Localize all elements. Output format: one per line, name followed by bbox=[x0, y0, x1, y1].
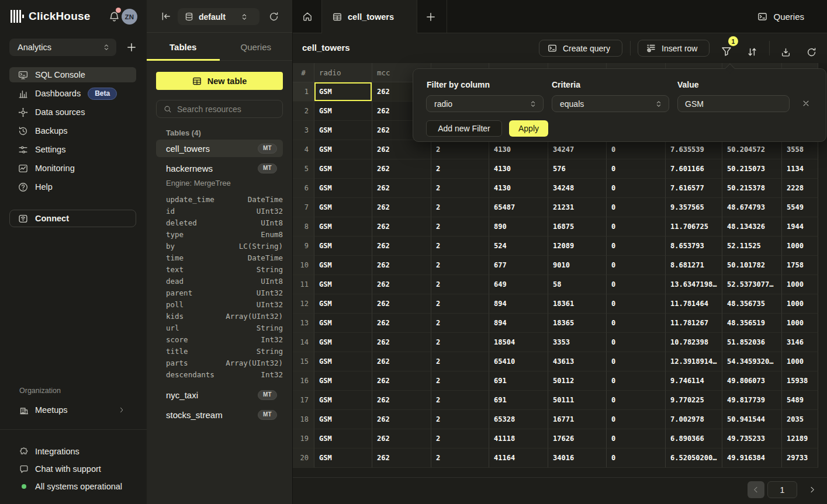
filter-column-select[interactable]: radio bbox=[426, 95, 544, 112]
grid-cell[interactable]: 0 bbox=[607, 159, 666, 179]
refresh-table-button[interactable] bbox=[805, 46, 817, 58]
sidebar-item-data-sources[interactable]: Data sources bbox=[9, 105, 136, 120]
grid-cell[interactable]: 262 bbox=[372, 333, 431, 352]
table-list-item-hackernews[interactable]: hackernewsMT bbox=[156, 159, 283, 177]
add-workspace-button[interactable] bbox=[125, 41, 138, 54]
grid-cell[interactable]: 5549 bbox=[782, 198, 818, 217]
grid-cell[interactable]: GSM bbox=[314, 256, 372, 275]
grid-cell[interactable]: 262 bbox=[372, 275, 431, 294]
grid-cell[interactable]: 262 bbox=[372, 449, 431, 468]
grid-cell[interactable]: 11.781464 bbox=[666, 294, 722, 314]
grid-cell[interactable]: 5489 bbox=[782, 391, 818, 410]
grid-cell[interactable]: 2035 bbox=[782, 410, 818, 429]
grid-cell[interactable]: 48.674793 bbox=[722, 198, 782, 217]
grid-cell[interactable]: 262 bbox=[372, 429, 431, 449]
sidebar-item-meetups[interactable]: Meetups bbox=[9, 402, 136, 418]
grid-cell[interactable]: 8.681271 bbox=[666, 256, 722, 275]
grid-cell[interactable]: 890 bbox=[489, 217, 548, 237]
grid-cell[interactable]: 2 bbox=[431, 256, 489, 275]
grid-cell[interactable]: 0 bbox=[607, 371, 666, 391]
grid-cell[interactable]: 1134 bbox=[782, 159, 818, 179]
previous-page-button[interactable] bbox=[748, 481, 764, 498]
grid-cell[interactable]: 262 bbox=[372, 217, 431, 237]
grid-cell[interactable]: 13.6347198… bbox=[666, 275, 722, 294]
grid-cell[interactable]: 0 bbox=[607, 333, 666, 352]
grid-cell[interactable]: 65487 bbox=[489, 198, 548, 217]
grid-cell[interactable]: 2 bbox=[431, 449, 489, 468]
grid-cell[interactable]: 58 bbox=[548, 275, 607, 294]
sidebar-item-settings[interactable]: Settings bbox=[9, 142, 136, 157]
grid-cell[interactable]: 262 bbox=[372, 294, 431, 314]
grid-cell[interactable]: 12.3918914… bbox=[666, 352, 722, 371]
grid-cell[interactable]: 49.817739 bbox=[722, 391, 782, 410]
sidebar-item-integrations[interactable]: Integrations bbox=[9, 443, 136, 460]
grid-cell[interactable]: 1000 bbox=[782, 237, 818, 256]
grid-cell[interactable]: GSM bbox=[314, 159, 372, 179]
grid-cell[interactable]: 7.616577 bbox=[666, 179, 722, 198]
grid-cell[interactable]: 52.11525 bbox=[722, 237, 782, 256]
grid-cell[interactable]: 49.735233 bbox=[722, 429, 782, 449]
grid-cell[interactable]: 0 bbox=[607, 217, 666, 237]
grid-cell[interactable]: 0 bbox=[607, 391, 666, 410]
grid-cell[interactable]: 2 bbox=[431, 294, 489, 314]
grid-cell[interactable]: GSM bbox=[314, 333, 372, 352]
grid-cell[interactable]: 7.601166 bbox=[666, 159, 722, 179]
grid-cell[interactable]: 48.356735 bbox=[722, 294, 782, 314]
grid-cell[interactable]: 1944 bbox=[782, 217, 818, 237]
grid-cell[interactable]: 894 bbox=[489, 314, 548, 333]
grid-cell[interactable]: 51.852036 bbox=[722, 333, 782, 352]
remove-filter-icon[interactable] bbox=[801, 98, 811, 109]
grid-cell[interactable]: GSM bbox=[314, 237, 372, 256]
grid-cell[interactable]: 6.890366 bbox=[666, 429, 722, 449]
grid-cell[interactable]: 50.204572 bbox=[722, 140, 782, 159]
grid-cell[interactable]: 2 bbox=[431, 237, 489, 256]
grid-cell[interactable]: 0 bbox=[607, 449, 666, 468]
add-new-filter-button[interactable]: Add new Filter bbox=[426, 120, 502, 137]
queries-button[interactable]: Queries bbox=[757, 8, 804, 25]
grid-cell[interactable]: 2 bbox=[431, 217, 489, 237]
grid-cell[interactable]: 50.941544 bbox=[722, 410, 782, 429]
grid-cell[interactable]: 262 bbox=[372, 237, 431, 256]
grid-cell[interactable]: GSM bbox=[314, 410, 372, 429]
next-page-button[interactable] bbox=[803, 481, 821, 498]
new-table-button[interactable]: New table bbox=[156, 72, 283, 90]
grid-cell[interactable]: GSM bbox=[314, 314, 372, 333]
sidebar-item-chat-with-support[interactable]: Chat with support bbox=[9, 460, 136, 478]
grid-cell[interactable]: 9.746114 bbox=[666, 371, 722, 391]
grid-cell[interactable]: 262 bbox=[372, 256, 431, 275]
grid-cell[interactable]: 0 bbox=[607, 429, 666, 449]
download-button[interactable] bbox=[780, 46, 791, 58]
grid-cell[interactable]: 262 bbox=[372, 371, 431, 391]
grid-cell[interactable]: 48.134326 bbox=[722, 217, 782, 237]
grid-cell[interactable]: 0 bbox=[607, 352, 666, 371]
grid-cell[interactable]: 0 bbox=[607, 314, 666, 333]
grid-cell[interactable]: 41118 bbox=[489, 429, 548, 449]
grid-cell[interactable]: 65328 bbox=[489, 410, 548, 429]
sidebar-item-monitoring[interactable]: Monitoring bbox=[9, 161, 136, 176]
grid-cell[interactable]: GSM bbox=[314, 198, 372, 217]
grid-cell[interactable]: 3558 bbox=[782, 140, 818, 159]
grid-cell[interactable]: 894 bbox=[489, 294, 548, 314]
grid-cell[interactable]: 691 bbox=[489, 391, 548, 410]
collapse-panel-icon[interactable] bbox=[161, 11, 171, 22]
grid-cell[interactable]: 4130 bbox=[489, 179, 548, 198]
grid-cell[interactable]: 262 bbox=[372, 314, 431, 333]
grid-cell[interactable]: 50111 bbox=[548, 391, 607, 410]
grid-cell[interactable]: 2 bbox=[431, 159, 489, 179]
filter-value-input[interactable] bbox=[677, 95, 790, 112]
grid-cell[interactable]: 9.357565 bbox=[666, 198, 722, 217]
grid-cell[interactable]: GSM bbox=[314, 217, 372, 237]
grid-cell[interactable]: 262 bbox=[372, 391, 431, 410]
table-list-item-cell_towers[interactable]: cell_towersMT bbox=[156, 140, 283, 157]
grid-cell[interactable]: 2 bbox=[431, 314, 489, 333]
grid-cell[interactable]: 41164 bbox=[489, 449, 548, 468]
grid-cell[interactable]: 2 bbox=[431, 429, 489, 449]
grid-cell[interactable]: 2 bbox=[431, 352, 489, 371]
grid-cell[interactable]: 6.52050200… bbox=[666, 449, 722, 468]
grid-cell[interactable]: 1758 bbox=[782, 256, 818, 275]
create-query-button[interactable]: Create query bbox=[539, 40, 622, 57]
new-tab-button[interactable] bbox=[424, 10, 438, 24]
grid-cell[interactable]: 18504 bbox=[489, 333, 548, 352]
grid-cell[interactable]: 2 bbox=[431, 410, 489, 429]
grid-cell[interactable]: 12189 bbox=[782, 429, 818, 449]
